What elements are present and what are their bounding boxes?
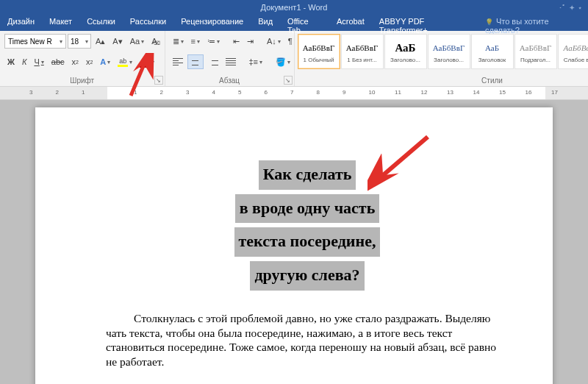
group-font-label: Шрифт [4,75,160,85]
bullets-icon: ≣ [173,37,179,46]
style-item[interactable]: АаБбВвГПодзагол... [514,34,557,69]
title-bar: Документ1 - Word ･ﾟ✦⋆ [0,0,588,15]
bullets-button[interactable]: ≣ [170,34,187,49]
increase-indent-button[interactable]: ⇥ [244,34,257,49]
tab-abbyy[interactable]: ABBYY PDF Transformer+ [372,15,478,31]
change-case-button[interactable]: Aa [127,34,147,49]
tell-me-input[interactable]: Что вы хотите сделать? [478,15,588,31]
group-paragraph-label: Абзац [170,75,290,85]
align-left-icon [173,58,183,65]
selected-centered-text[interactable]: Как сделатьв вроде одну частьтекста посе… [106,160,509,291]
subscript-button[interactable]: x2 [69,54,82,69]
shading-icon: 🪣 [276,57,286,67]
titlebar-decoration: ･ﾟ✦⋆ [559,0,582,15]
page[interactable]: Как сделатьв вроде одну частьтекста посе… [35,107,553,384]
italic-button[interactable]: К [19,54,29,69]
font-name-combo[interactable]: Times New R [4,34,66,49]
multilevel-button[interactable]: ≔ [204,34,223,49]
tab-review[interactable]: Рецензирование [173,15,251,31]
sort-button[interactable]: A↓ [264,34,284,49]
font-dialog-launcher[interactable]: ↘ [154,76,163,85]
align-center-button[interactable] [187,54,204,69]
style-gallery[interactable]: АаБбВвГ1 ОбычныйАаБбВвГ1 Без инт...АаБЗа… [298,34,589,69]
horizontal-ruler[interactable]: 3211234567891011121314151617 [0,87,588,100]
tab-mailings[interactable]: Рассылки [123,15,173,31]
tab-design[interactable]: Дизайн [0,15,42,31]
align-justify-icon [226,58,236,65]
app-title: Документ1 - Word [261,3,328,12]
clear-formatting-button[interactable]: A⌫ [148,34,159,49]
align-left-button[interactable] [170,54,186,69]
ribbon-tabs: Дизайн Макет Ссылки Рассылки Рецензирова… [0,15,588,31]
line-spacing-icon: ‡≡ [249,57,259,66]
style-item[interactable]: АаБбВвГ1 Без инт... [341,34,384,69]
strikethrough-button[interactable]: abc [49,54,68,69]
align-justify-button[interactable] [223,54,239,69]
group-font: Times New R 18 A▴ A▾ Aa A⌫ Ж К Ч abc x2 … [0,31,165,86]
numbering-button[interactable]: ≡ [188,34,203,49]
align-center-icon [190,58,201,65]
superscript-button[interactable]: x2 [83,54,96,69]
indent-icon: ⇥ [247,37,254,46]
shrink-font-button[interactable]: A▾ [110,34,125,49]
tab-view[interactable]: Вид [251,15,280,31]
multilevel-icon: ≔ [207,37,215,46]
paragraph-dialog-launcher[interactable]: ↘ [284,76,293,85]
style-item[interactable]: АаБЗаголово... [384,34,427,69]
underline-button[interactable]: Ч [31,54,46,69]
bold-button[interactable]: Ж [4,54,18,69]
text-effects-button[interactable]: A [97,54,113,69]
grow-font-button[interactable]: A▴ [93,34,108,49]
ribbon: Times New R 18 A▴ A▾ Aa A⌫ Ж К Ч abc x2 … [0,31,588,87]
font-size-combo[interactable]: 18 [68,34,91,49]
group-paragraph: ≣ ≡ ≔ ⇤ ⇥ A↓ ¶ ‡≡ 🪣 ⊞ Абзац ↘ [165,31,295,86]
style-item[interactable]: АаБбВвГ1 Обычный [298,34,340,69]
pilcrow-icon: ¶ [288,37,293,46]
align-right-icon [208,58,218,65]
style-item[interactable]: АаБбВвГЗаголово... [428,34,470,69]
group-styles: АаБбВвГ1 ОбычныйАаБбВвГ1 Без инт...АаБЗа… [295,31,589,86]
tab-references[interactable]: Ссылки [79,15,123,31]
font-color-button[interactable]: A [137,54,157,69]
decrease-indent-button[interactable]: ⇤ [230,34,243,49]
group-styles-label: Стили [298,75,589,85]
outdent-icon: ⇤ [233,37,240,46]
body-paragraph[interactable]: Столкнулась с этой проблемой давно, но у… [106,311,509,369]
shading-button[interactable]: 🪣 [273,54,293,69]
style-item[interactable]: АаБЗаголовок [471,34,514,69]
tab-layout[interactable]: Макет [42,15,79,31]
document-area: Как сделатьв вроде одну частьтекста посе… [0,100,588,384]
style-item[interactable]: АаБбВвГСлабое в... [558,34,589,69]
tab-officetab[interactable]: Office Tab [280,15,329,31]
line-spacing-button[interactable]: ‡≡ [246,54,266,69]
align-right-button[interactable] [205,54,221,69]
highlight-button[interactable]: ab [115,54,135,69]
tab-acrobat[interactable]: Acrobat [329,15,372,31]
sort-icon: A↓ [267,37,276,46]
numbering-icon: ≡ [191,37,196,46]
